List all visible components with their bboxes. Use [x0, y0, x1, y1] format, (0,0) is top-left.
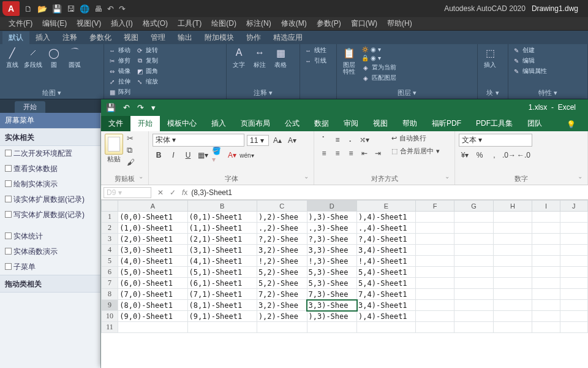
row-header-9[interactable]: 9 [102, 300, 118, 311]
col-header-A[interactable]: A [118, 201, 187, 212]
cell-H3[interactable] [493, 234, 532, 245]
draw-圆弧[interactable]: ⌒圆弧 [65, 45, 85, 68]
col-header-J[interactable]: J [560, 201, 587, 212]
cell-J4[interactable] [560, 245, 587, 256]
cell-H9[interactable] [493, 300, 532, 311]
cell-A9[interactable]: (8,0)-Sheet1 [118, 300, 187, 311]
col-header-G[interactable]: G [454, 201, 493, 212]
ribtab-附加模块[interactable]: 附加模块 [198, 31, 240, 44]
align-left-icon[interactable]: ≡ [318, 147, 330, 159]
menu-格式(O)[interactable]: 格式(O) [138, 18, 173, 29]
cell-E5[interactable]: !,4)-Sheet1 [357, 256, 416, 267]
cell-E7[interactable]: 5,4)-Sheet1 [357, 278, 416, 289]
cell-F4[interactable] [415, 245, 454, 256]
cell-F6[interactable] [415, 267, 454, 278]
comma-icon[interactable]: , [488, 149, 500, 161]
cell-D8[interactable]: 7,3)-Shee [307, 289, 357, 300]
cell-I5[interactable] [532, 256, 560, 267]
align-top-icon[interactable]: ⠁ [318, 134, 330, 146]
undo-icon[interactable]: ↶ [107, 4, 114, 13]
col-header-D[interactable]: D [307, 201, 357, 212]
cell-F5[interactable] [415, 256, 454, 267]
col-header-I[interactable]: I [532, 201, 560, 212]
cell-C7[interactable]: 5,2)-Shee [257, 278, 307, 289]
format-painter-icon[interactable]: 🖌 [127, 158, 135, 167]
excel-grid[interactable]: ABCDEFGHIJ1(0,0)-Sheet1(0,1)-Sheet1),2)-… [101, 200, 588, 368]
cell-D3[interactable]: ?,3)-Shee [307, 234, 357, 245]
cell-I1[interactable] [532, 212, 560, 223]
cell-J11[interactable] [560, 322, 587, 333]
cell-B7[interactable]: (6,1)-Sheet1 [187, 278, 257, 289]
cell-J8[interactable] [560, 289, 587, 300]
cell-E4[interactable]: 3,4)-Sheet1 [357, 245, 416, 256]
prop-编辑[interactable]: ✎编辑 [511, 56, 548, 66]
cell-G6[interactable] [454, 267, 493, 278]
xl-tab-视图[interactable]: 视图 [366, 116, 395, 131]
ribtab-精选应用[interactable]: 精选应用 [267, 31, 309, 44]
cell-H4[interactable] [493, 245, 532, 256]
menu-编辑(E)[interactable]: 编辑(E) [37, 18, 72, 29]
side-item-绘制实体演示[interactable]: 绘制实体演示 [0, 177, 100, 192]
modify-复制[interactable]: ⧉复制 [134, 56, 159, 66]
layer-置为当前[interactable]: ◈置为当前 [360, 63, 398, 72]
xl-tab-模板中心[interactable]: 模板中心 [160, 116, 204, 131]
side-item-实体函数演示[interactable]: 实体函数演示 [0, 244, 100, 259]
xl-tab-公式[interactable]: 公式 [277, 116, 307, 131]
modify-阵列[interactable]: ▦阵列 [107, 87, 132, 97]
indent-dec-icon[interactable]: ⇤ [358, 147, 371, 159]
ribtab-协作[interactable]: 协作 [240, 31, 267, 44]
cell-H11[interactable] [493, 322, 532, 333]
row-header-7[interactable]: 7 [102, 278, 118, 289]
cell-J7[interactable] [560, 278, 587, 289]
cell-D6[interactable]: 5,3)-Shee [307, 267, 357, 278]
prop-编辑属性[interactable]: ✎编辑属性 [511, 66, 548, 76]
qat-more-icon[interactable]: ▾ [151, 103, 156, 112]
cell-I10[interactable] [532, 311, 560, 322]
line-线性[interactable]: ↔线性 [303, 45, 328, 55]
cell-H8[interactable] [493, 289, 532, 300]
underline-button[interactable]: U [182, 149, 194, 161]
cell-E1[interactable]: ),4)-Sheet1 [357, 212, 416, 223]
cell-A7[interactable]: (6,0)-Sheet1 [118, 278, 187, 289]
xl-tab-页面布局[interactable]: 页面布局 [233, 116, 277, 131]
cell-B9[interactable]: (8,1)-Sheet1 [187, 300, 257, 311]
cell-E3[interactable]: ?,4)-Sheet1 [357, 234, 416, 245]
layer-row[interactable]: 🔅 ◉ ▾ [360, 45, 398, 53]
menu-文件(F)[interactable]: 文件(F) [4, 18, 37, 29]
cell-J10[interactable] [560, 311, 587, 322]
xl-tab-PDF工具集[interactable]: PDF工具集 [469, 116, 520, 131]
prop-创建[interactable]: ✎创建 [511, 45, 548, 55]
xl-tab-团队[interactable]: 团队 [520, 116, 549, 131]
phonetic-icon[interactable]: wén▾ [241, 149, 253, 161]
cell-I8[interactable] [532, 289, 560, 300]
align-center-icon[interactable]: ≡ [331, 147, 344, 159]
cell-C8[interactable]: 7,2)-Shee [257, 289, 307, 300]
row-header-11[interactable]: 11 [102, 322, 118, 333]
side-item-查看实体数据[interactable]: 查看实体数据 [0, 161, 100, 177]
align-right-icon[interactable]: ≡ [345, 147, 357, 159]
cell-A1[interactable]: (0,0)-Sheet1 [118, 212, 187, 223]
cell-D4[interactable]: 3,3)-Shee [307, 245, 357, 256]
menu-标注(N)[interactable]: 标注(N) [241, 18, 276, 29]
fx-icon[interactable]: fx [182, 188, 187, 197]
web-icon[interactable]: 🌐 [80, 4, 89, 13]
xl-tab-插入[interactable]: 插入 [204, 116, 233, 131]
modify-旋转[interactable]: ⟳旋转 [134, 45, 159, 55]
cell-E6[interactable]: 5,4)-Sheet1 [357, 267, 416, 278]
cell-D2[interactable]: .,3)-Shee [307, 223, 357, 234]
modify-圆角[interactable]: ◩圆角 [134, 66, 159, 76]
ribtab-管理[interactable]: 管理 [145, 31, 172, 44]
cell-A5[interactable]: (4,0)-Sheet1 [118, 256, 187, 267]
cell-C5[interactable]: !,2)-Shee [257, 256, 307, 267]
modify-修剪[interactable]: ✂修剪 [107, 56, 132, 66]
draw-直线[interactable]: ╱直线 [2, 45, 22, 68]
decrease-font-icon[interactable]: A▾ [286, 134, 298, 147]
cell-A3[interactable]: (2,0)-Sheet1 [118, 234, 187, 245]
cell-B2[interactable]: (1,1)-Sheet1 [187, 223, 257, 234]
cell-G3[interactable] [454, 234, 493, 245]
increase-font-icon[interactable]: A▴ [271, 134, 284, 147]
cell-C1[interactable]: ),2)-Shee [257, 212, 307, 223]
side-item-读实体扩展数据(记录)[interactable]: 读实体扩展数据(记录) [0, 192, 100, 207]
ribtab-参数化[interactable]: 参数化 [83, 31, 118, 44]
border-icon[interactable]: ▦▾ [197, 149, 209, 161]
